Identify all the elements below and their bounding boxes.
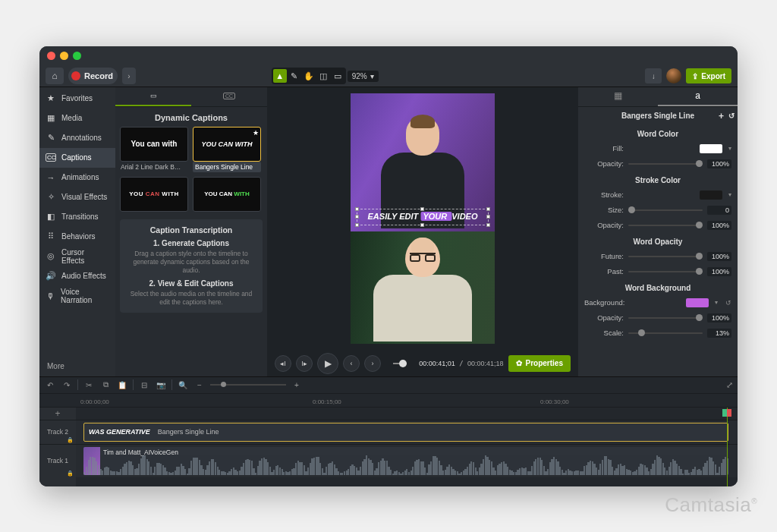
select-tool[interactable]: ▲ (273, 69, 287, 83)
zoom-value: 92% (352, 72, 367, 80)
redo-button[interactable]: ↷ (61, 381, 73, 389)
home-button[interactable]: ⌂ (46, 68, 64, 84)
caption-style-4[interactable]: YOU CAN WITH (193, 177, 261, 215)
export-label: Export (701, 72, 725, 80)
fill-swatch[interactable] (700, 144, 722, 153)
star-icon: ★ (46, 93, 56, 103)
copy-button[interactable]: ⧉ (99, 380, 112, 389)
split-button[interactable]: ⊟ (138, 381, 150, 389)
export-icon: ⇪ (692, 72, 698, 80)
bg-scale-slider[interactable] (628, 332, 703, 334)
cut-button[interactable]: ✂ (83, 381, 95, 389)
timeline-ruler[interactable]: 0:00:00;00 0:00:15;00 0:00:30;00 (39, 394, 738, 408)
scrub-handle[interactable] (399, 360, 407, 367)
sidebar-more[interactable]: More (39, 356, 115, 376)
lib-tab-styles[interactable]: ▭ (115, 87, 191, 106)
stroke-size-slider[interactable] (628, 209, 703, 211)
zoom-minus[interactable]: − (193, 381, 206, 389)
stroke-opacity-slider[interactable] (628, 225, 703, 226)
sidebar-item-audio-effects[interactable]: 🔊Audio Effects (39, 266, 115, 286)
zoom-dropdown[interactable]: 92% ▾ (348, 71, 379, 82)
sidebar-item-voice-narration[interactable]: 🎙Voice Narration (39, 286, 115, 306)
caption-transcription-panel: Caption Transcription 1. Generate Captio… (120, 219, 263, 313)
timeline-popout-button[interactable]: ⤢ (726, 380, 733, 390)
props-tab-visual[interactable]: ▦ (578, 87, 658, 106)
crop-tool[interactable]: ◫ (316, 69, 330, 83)
export-button[interactable]: ⇪ Export (686, 68, 731, 83)
scrub-bar[interactable] (393, 363, 407, 364)
snapshot-button[interactable]: 📷 (155, 381, 167, 389)
visual-effects-icon: ✧ (46, 192, 56, 202)
zoom-out-button[interactable]: 🔍 (177, 381, 189, 389)
bg-reset-icon[interactable]: ↺ (725, 299, 731, 307)
window-controls (47, 52, 81, 60)
sidebar-item-transitions[interactable]: ◧Transitions (39, 207, 115, 227)
sidebar-item-annotations[interactable]: ✎Annotations (39, 128, 115, 148)
paste-button[interactable]: 📋 (116, 381, 128, 389)
timeline-zoom-slider[interactable] (210, 384, 286, 386)
bg-opacity-slider[interactable] (628, 317, 703, 319)
device-frame-tool[interactable]: ▭ (331, 69, 344, 83)
selection-box[interactable] (357, 209, 489, 225)
next-marker-button[interactable]: › (364, 355, 381, 372)
transcription-title: Caption Transcription (126, 225, 256, 235)
track-2-row[interactable]: WAS GENERATIVE Bangers Single Line (76, 420, 738, 444)
add-track-button[interactable]: + (39, 408, 76, 420)
sidebar-item-media[interactable]: ▦Media (39, 109, 115, 128)
undo-button[interactable]: ↶ (44, 381, 56, 389)
sidebar-item-cursor-effects[interactable]: ◎Cursor Effects (39, 247, 115, 266)
track-headers: + Track 2🔒 Track 1🔒 (39, 408, 76, 486)
pan-tool[interactable]: ✋ (302, 69, 316, 83)
track-1-row[interactable]: Tim and Matt_AIVoiceGen (76, 444, 738, 477)
minimize-window-button[interactable] (60, 52, 68, 60)
sidebar-item-captions[interactable]: CCCaptions (39, 148, 115, 168)
lock-icon[interactable]: 🔒 (67, 437, 74, 443)
prev-frame-button[interactable]: ◂I (275, 355, 291, 372)
gear-icon: ✿ (516, 359, 522, 367)
future-opacity-slider[interactable] (628, 256, 703, 257)
record-menu-button[interactable]: › (122, 68, 136, 84)
stroke-swatch[interactable] (700, 190, 722, 200)
canvas-viewport[interactable]: EASILY EDIT YOUR VIDEO (267, 87, 578, 351)
add-preset-button[interactable]: + (719, 111, 724, 121)
caption-clip[interactable]: WAS GENERATIVE Bangers Single Line (83, 423, 728, 442)
timeline-toolbar: ↶ ↷ ✂ ⧉ 📋 ⊟ 📷 🔍 − + ⤢ (39, 377, 738, 394)
caption-style-arial[interactable]: You can with Arial 2 Line Dark B… (120, 127, 188, 172)
close-window-button[interactable] (47, 52, 55, 60)
app-window: ⌂ Record › ▲ ✎ ✋ ◫ ▭ 92% ▾ ↓ ⇪ Expor (39, 46, 738, 486)
sidebar-item-visual-effects[interactable]: ✧Visual Effects (39, 187, 115, 207)
maximize-window-button[interactable] (73, 52, 81, 60)
caption-style-3[interactable]: YOU CAN WITH (120, 177, 188, 215)
tracks-area[interactable]: WAS GENERATIVE Bangers Single Line Tim a… (76, 408, 738, 486)
sidebar-item-behaviors[interactable]: ⠿Behaviors (39, 227, 115, 247)
caption-style-bangers[interactable]: YOU CAN WITH★ Bangers Single Line (193, 127, 261, 172)
library-section-title: Dynamic Captions (115, 107, 267, 127)
favorite-star-icon[interactable]: ★ (253, 129, 259, 137)
next-frame-button[interactable]: I▸ (296, 355, 313, 372)
prev-marker-button[interactable]: ‹ (343, 355, 360, 372)
lib-tab-cc[interactable]: CC (191, 87, 267, 106)
play-button[interactable]: ▶ (317, 353, 338, 374)
properties-button[interactable]: ✿Properties (508, 355, 571, 372)
bg-swatch[interactable] (686, 298, 709, 307)
audio-icon: 🔊 (46, 271, 56, 281)
props-tab-text[interactable]: a (658, 87, 738, 106)
sidebar-item-animations[interactable]: →Animations (39, 168, 115, 187)
edit-tool[interactable]: ✎ (288, 69, 301, 83)
sidebar-item-favorites[interactable]: ★Favorites (39, 89, 115, 109)
fill-opacity-slider[interactable] (628, 163, 703, 165)
canvas-frame[interactable]: EASILY EDIT YOUR VIDEO (351, 93, 495, 344)
record-button[interactable]: Record (68, 68, 118, 84)
playhead[interactable] (727, 408, 728, 486)
track-1-header[interactable]: Track 1🔒 (39, 444, 76, 477)
lock-icon[interactable]: 🔒 (67, 471, 74, 477)
props-title: Bangers Single Line + ↺ (578, 107, 738, 125)
reset-button[interactable]: ↺ (728, 112, 735, 120)
track-2-header[interactable]: Track 2🔒 (39, 420, 76, 444)
toolbar: ⌂ Record › ▲ ✎ ✋ ◫ ▭ 92% ▾ ↓ ⇪ Expor (39, 66, 738, 87)
past-opacity-slider[interactable] (628, 271, 703, 272)
account-avatar[interactable] (666, 68, 681, 83)
video-clip[interactable]: Tim and Matt_AIVoiceGen (83, 447, 728, 475)
download-button[interactable]: ↓ (645, 68, 662, 83)
zoom-plus[interactable]: + (291, 381, 303, 389)
